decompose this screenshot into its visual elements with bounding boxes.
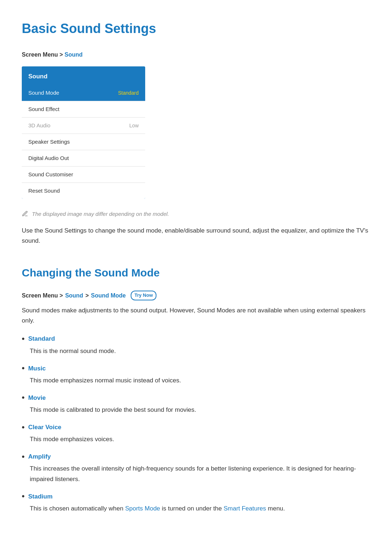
menu-item-digital-audio-out[interactable]: Digital Audio Out — [22, 150, 145, 167]
pencil-icon — [22, 210, 28, 217]
breadcrumb-prefix-1: Screen Menu > — [22, 52, 65, 58]
section-breadcrumb-1: Screen Menu > Sound > Sound ModeTry Now — [22, 291, 370, 300]
intro-text: Use the Sound Settings to change the sou… — [22, 226, 370, 246]
note-row: The displayed image may differ depending… — [22, 210, 370, 218]
mode-name-stadium: Stadium — [22, 492, 370, 501]
mode-desc-movie: This mode is calibrated to provide the b… — [30, 405, 370, 415]
mode-name-amplify: Amplify — [22, 452, 370, 461]
sound-link-1[interactable]: Sound — [65, 52, 83, 58]
menu-item-speaker-settings[interactable]: Speaker Settings — [22, 134, 145, 150]
mode-name-music: Music — [22, 364, 370, 373]
menu-label-3d-audio: 3D Audio — [28, 121, 50, 130]
sound-modes-list: Standard This is the normal sound mode. … — [22, 334, 370, 513]
menu-header: Sound — [22, 66, 145, 85]
menu-label-sound-mode: Sound Mode — [28, 89, 59, 97]
page-title: Basic Sound Settings — [22, 18, 370, 39]
menu-item-3d-audio[interactable]: 3D Audio Low — [22, 118, 145, 134]
stadium-desc-suffix: menu. — [266, 505, 285, 512]
menu-value-3d-audio: Low — [129, 122, 139, 130]
mode-item-stadium: Stadium This is chosen automatically whe… — [22, 492, 370, 514]
mode-item-music: Music This mode emphasizes normal music … — [22, 364, 370, 386]
note-text: The displayed image may differ depending… — [32, 210, 169, 218]
menu-label-speaker-settings: Speaker Settings — [28, 138, 70, 146]
sound-menu-box: Sound Sound Mode Standard Sound Effect 3… — [22, 66, 145, 199]
sports-mode-link[interactable]: Sports Mode — [125, 505, 160, 512]
mode-desc-clear-voice: This mode emphasizes voices. — [30, 434, 370, 444]
stadium-desc-prefix: This is chosen automatically when — [30, 505, 125, 512]
menu-label-reset-sound: Reset Sound — [28, 186, 60, 195]
mode-desc-standard: This is the normal sound mode. — [30, 346, 370, 356]
mode-desc-amplify: This increases the overall intensity of … — [30, 464, 370, 484]
menu-item-sound-customiser[interactable]: Sound Customiser — [22, 167, 145, 183]
mode-name-standard: Standard — [22, 334, 370, 344]
smart-features-link[interactable]: Smart Features — [224, 505, 266, 512]
mode-item-standard: Standard This is the normal sound mode. — [22, 334, 370, 356]
breadcrumb-1: Screen Menu > Sound — [22, 50, 370, 59]
menu-label-digital-audio-out: Digital Audio Out — [28, 154, 69, 163]
section-title-changing-sound-mode: Changing the Sound Mode — [22, 264, 370, 282]
stadium-desc-mid: is turned on under the — [160, 505, 224, 512]
menu-item-sound-effect[interactable]: Sound Effect — [22, 101, 145, 118]
mode-desc-stadium: This is chosen automatically when Sports… — [30, 504, 370, 514]
try-now-badge[interactable]: Try Now — [131, 291, 156, 300]
section-sound-link[interactable]: Sound — [65, 291, 83, 300]
mode-item-movie: Movie This mode is calibrated to provide… — [22, 393, 370, 415]
menu-item-sound-mode[interactable]: Sound Mode Standard — [22, 85, 145, 101]
mode-desc-music: This mode emphasizes normal music instea… — [30, 376, 370, 386]
mode-name-clear-voice: Clear Voice — [22, 422, 370, 432]
menu-value-sound-mode: Standard — [118, 89, 139, 97]
menu-label-sound-customiser: Sound Customiser — [28, 170, 73, 179]
menu-item-reset-sound[interactable]: Reset Sound — [22, 183, 145, 199]
mode-item-amplify: Amplify This increases the overall inten… — [22, 452, 370, 484]
menu-label-sound-effect: Sound Effect — [28, 105, 60, 114]
mode-name-movie: Movie — [22, 393, 370, 403]
section-breadcrumb-prefix: Screen Menu > — [22, 291, 63, 300]
section-breadcrumb-sep: > — [85, 291, 89, 300]
mode-item-clear-voice: Clear Voice This mode emphasizes voices. — [22, 422, 370, 444]
section-intro: Sound modes make adjustments to the soun… — [22, 305, 370, 326]
section-sound-mode-link[interactable]: Sound Mode — [91, 291, 126, 300]
